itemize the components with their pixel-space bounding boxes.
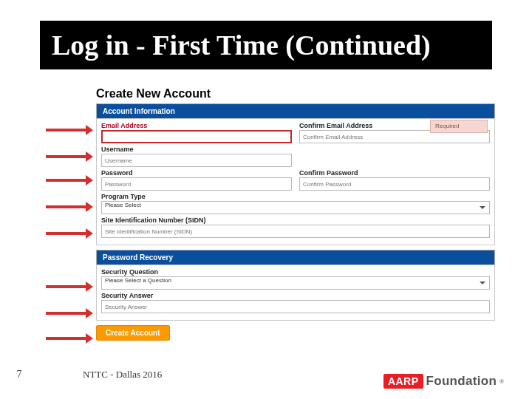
- sidn-field[interactable]: [101, 225, 490, 238]
- arrow-icon: [46, 232, 87, 235]
- username-field[interactable]: [101, 154, 292, 167]
- slide-title: Log in - First Time (Continued): [40, 21, 492, 69]
- page-number: 7: [0, 369, 38, 381]
- password-recovery-header: Password Recovery: [96, 250, 495, 265]
- arrow-icon: [46, 129, 87, 132]
- sidn-label: Site Identification Number (SIDN): [101, 216, 490, 224]
- arrow-icon: [46, 179, 87, 182]
- account-info-body: Email Address Confirm Email Address User…: [96, 118, 495, 245]
- security-question-select[interactable]: Please Select a Question: [101, 276, 490, 290]
- email-label: Email Address: [101, 122, 292, 129]
- required-badge: Required: [430, 120, 488, 133]
- registered-mark: ®: [499, 378, 504, 385]
- account-info-header: Account Information: [96, 103, 495, 118]
- arrow-icon: [46, 155, 87, 158]
- arrow-icon: [46, 312, 87, 315]
- program-type-label: Program Type: [101, 193, 490, 200]
- aarp-foundation-logo: AARP Foundation ®: [383, 374, 504, 389]
- aarp-logo-box: AARP: [383, 374, 423, 389]
- email-field[interactable]: [101, 130, 292, 143]
- arrow-icon: [46, 337, 87, 340]
- foundation-text: Foundation: [426, 374, 497, 389]
- password-recovery-body: Security Question Please Select a Questi…: [96, 265, 495, 321]
- arrow-icon: [46, 205, 87, 208]
- confirm-password-label: Confirm Password: [299, 169, 490, 177]
- username-label: Username: [101, 146, 292, 153]
- form-heading: Create New Account: [96, 87, 495, 100]
- password-field[interactable]: [101, 177, 292, 191]
- confirm-password-field[interactable]: [299, 177, 490, 191]
- password-label: Password: [101, 169, 292, 177]
- security-question-label: Security Question: [101, 268, 490, 276]
- arrow-icon: [46, 285, 87, 288]
- program-type-select[interactable]: Please Select: [101, 201, 490, 214]
- footer-text: NTTC - Dallas 2016: [83, 369, 162, 381]
- create-account-button[interactable]: Create Account: [96, 325, 170, 341]
- security-answer-label: Security Answer: [101, 292, 490, 299]
- security-answer-field[interactable]: [101, 300, 490, 313]
